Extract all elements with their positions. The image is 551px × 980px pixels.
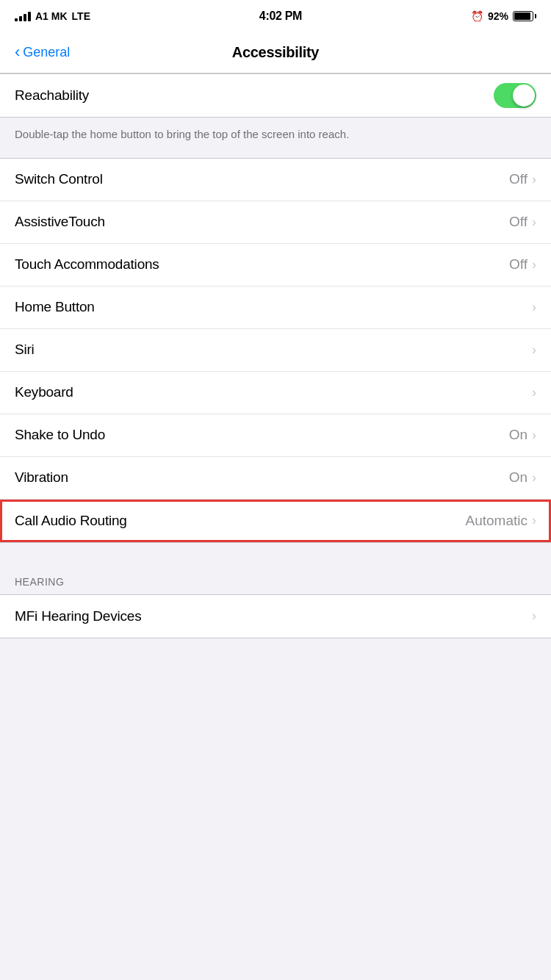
signal-bar-4 xyxy=(28,12,31,21)
setting-value-shake-to-undo: On xyxy=(509,427,527,443)
setting-row-shake-to-undo[interactable]: Shake to UndoOn› xyxy=(0,414,551,457)
alarm-icon: ⏰ xyxy=(471,10,483,22)
chevron-icon-home-button: › xyxy=(532,300,536,315)
setting-value-assistive-touch: Off xyxy=(509,214,527,230)
chevron-icon-switch-control: › xyxy=(532,172,536,187)
section-gap-hearing xyxy=(0,543,551,569)
status-time: 4:02 PM xyxy=(259,10,302,23)
setting-label-siri: Siri xyxy=(15,342,35,358)
chevron-icon-call-audio-routing: › xyxy=(532,513,536,528)
back-button[interactable]: ‹ General xyxy=(15,45,70,60)
toggle-knob xyxy=(513,84,535,107)
setting-right-home-button: › xyxy=(532,300,536,315)
setting-right-keyboard: › xyxy=(532,385,536,400)
reachability-label: Reachability xyxy=(15,87,89,104)
battery-icon xyxy=(513,11,536,21)
chevron-icon-vibration: › xyxy=(532,470,536,486)
signal-bar-3 xyxy=(24,14,26,21)
nav-bar: ‹ General Accessibility xyxy=(0,32,551,73)
setting-row-switch-control[interactable]: Switch ControlOff› xyxy=(0,159,551,201)
carrier-label: A1 MK xyxy=(35,10,68,22)
hearing-section-header: HEARING xyxy=(0,569,551,594)
battery-body xyxy=(513,11,533,21)
battery-fill xyxy=(514,12,530,20)
reachability-description-section: Double-tap the home button to bring the … xyxy=(0,118,551,158)
setting-right-switch-control: Off› xyxy=(509,171,536,187)
chevron-icon-mfi-hearing-devices: › xyxy=(532,608,536,624)
hearing-label: HEARING xyxy=(15,576,64,588)
battery-tip xyxy=(535,14,536,18)
reachability-description: Double-tap the home button to bring the … xyxy=(15,128,349,140)
battery-percent: 92% xyxy=(488,10,508,22)
back-chevron-icon: ‹ xyxy=(15,44,20,60)
status-right: ⏰ 92% xyxy=(471,10,536,22)
page-title: Accessibility xyxy=(232,44,319,61)
setting-row-keyboard[interactable]: Keyboard› xyxy=(0,372,551,414)
signal-bars xyxy=(15,11,31,21)
setting-row-mfi-hearing-devices[interactable]: MFi Hearing Devices› xyxy=(0,595,551,638)
chevron-icon-keyboard: › xyxy=(532,385,536,400)
reachability-toggle[interactable] xyxy=(494,83,536,108)
setting-label-vibration: Vibration xyxy=(15,469,68,486)
signal-bar-1 xyxy=(15,18,18,21)
setting-label-keyboard: Keyboard xyxy=(15,384,73,400)
setting-right-vibration: On› xyxy=(509,469,536,486)
setting-label-home-button: Home Button xyxy=(15,299,95,315)
chevron-icon-shake-to-undo: › xyxy=(532,428,536,443)
signal-bar-2 xyxy=(19,16,22,21)
setting-right-siri: › xyxy=(532,342,536,358)
setting-value-switch-control: Off xyxy=(509,171,527,187)
setting-value-call-audio-routing: Automatic xyxy=(466,513,527,529)
setting-right-assistive-touch: Off› xyxy=(509,214,536,230)
back-label: General xyxy=(23,45,70,60)
chevron-icon-siri: › xyxy=(532,342,536,358)
hearing-section: MFi Hearing Devices› xyxy=(0,594,551,638)
reachability-row[interactable]: Reachability xyxy=(0,74,551,117)
setting-value-touch-accommodations: Off xyxy=(509,256,527,273)
chevron-icon-touch-accommodations: › xyxy=(532,257,536,273)
setting-right-mfi-hearing-devices: › xyxy=(532,608,536,624)
setting-label-assistive-touch: AssistiveTouch xyxy=(15,214,105,230)
network-label: LTE xyxy=(72,10,90,22)
content: Reachability Double-tap the home button … xyxy=(0,73,551,638)
main-settings-section: Switch ControlOff›AssistiveTouchOff›Touc… xyxy=(0,158,551,543)
setting-row-assistive-touch[interactable]: AssistiveTouchOff› xyxy=(0,201,551,244)
status-bar: A1 MK LTE 4:02 PM ⏰ 92% xyxy=(0,0,551,32)
setting-row-vibration[interactable]: VibrationOn› xyxy=(0,457,551,500)
setting-label-call-audio-routing: Call Audio Routing xyxy=(15,513,127,529)
setting-right-call-audio-routing: Automatic› xyxy=(466,513,536,529)
setting-right-touch-accommodations: Off› xyxy=(509,256,536,273)
chevron-icon-assistive-touch: › xyxy=(532,215,536,230)
reachability-section: Reachability xyxy=(0,73,551,118)
setting-value-vibration: On xyxy=(509,469,527,486)
setting-label-switch-control: Switch Control xyxy=(15,171,103,187)
setting-row-touch-accommodations[interactable]: Touch AccommodationsOff› xyxy=(0,244,551,287)
setting-label-shake-to-undo: Shake to Undo xyxy=(15,427,105,443)
status-left: A1 MK LTE xyxy=(15,10,90,22)
setting-row-home-button[interactable]: Home Button› xyxy=(0,287,551,329)
setting-right-shake-to-undo: On› xyxy=(509,427,536,443)
setting-row-call-audio-routing[interactable]: Call Audio RoutingAutomatic› xyxy=(0,500,551,542)
setting-label-mfi-hearing-devices: MFi Hearing Devices xyxy=(15,608,142,624)
setting-row-siri[interactable]: Siri› xyxy=(0,329,551,372)
setting-label-touch-accommodations: Touch Accommodations xyxy=(15,256,159,273)
